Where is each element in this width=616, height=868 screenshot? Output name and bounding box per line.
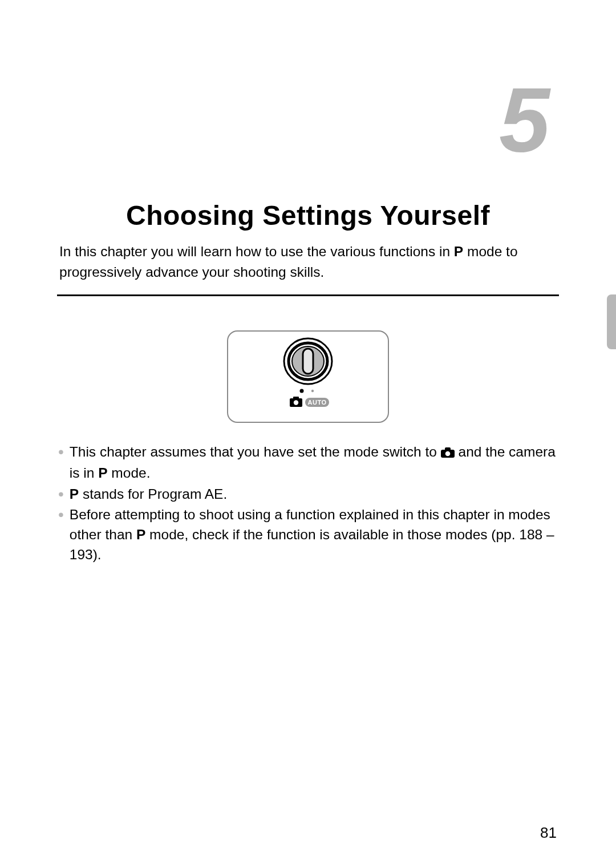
auto-label: AUTO: [308, 399, 327, 406]
bullet1-text-c: mode.: [108, 465, 151, 481]
svg-point-8: [294, 400, 298, 405]
list-item: • P stands for Program AE.: [59, 485, 557, 504]
chapter-title: Choosing Settings Yourself: [57, 200, 559, 231]
svg-rect-7: [293, 397, 299, 399]
bullet2-text: stands for Program AE.: [79, 486, 227, 502]
list-item: • Before attempting to shoot using a fun…: [59, 505, 557, 564]
svg-point-5: [311, 390, 314, 392]
bullet-dot-icon: •: [58, 505, 64, 524]
list-item: • This chapter assumes that you have set…: [59, 442, 557, 483]
bullet-dot-icon: •: [58, 485, 64, 504]
p-mode-symbol: P: [454, 244, 463, 259]
intro-text-1: In this chapter you will learn how to us…: [59, 244, 454, 259]
chapter-intro: In this chapter you will learn how to us…: [57, 241, 559, 296]
p-mode-symbol: P: [98, 465, 107, 481]
bullet1-text-a: This chapter assumes that you have set t…: [70, 444, 441, 459]
camera-icon: [441, 443, 455, 463]
bullet-dot-icon: •: [58, 442, 64, 462]
svg-point-4: [300, 389, 304, 393]
p-mode-symbol: P: [70, 486, 79, 502]
page-number: 81: [540, 824, 557, 842]
svg-point-12: [445, 451, 450, 457]
bullet-list: • This chapter assumes that you have set…: [57, 442, 559, 565]
mode-switch-diagram: AUTO: [227, 330, 389, 423]
p-mode-symbol: P: [136, 527, 145, 542]
page-thumb-tab: [607, 294, 616, 349]
svg-rect-11: [445, 447, 451, 451]
chapter-number: 5: [57, 74, 548, 165]
svg-rect-3: [303, 349, 313, 374]
